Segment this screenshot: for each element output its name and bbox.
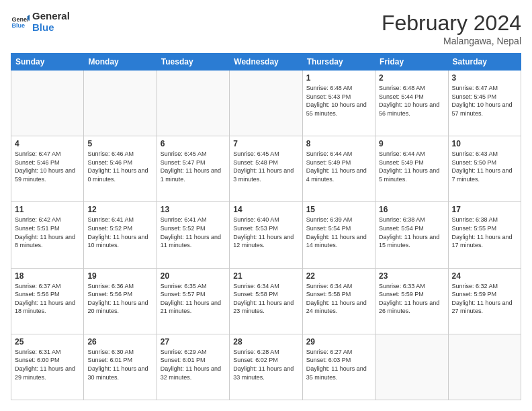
calendar-cell: 11Sunrise: 6:42 AM Sunset: 5:51 PM Dayli… — [11, 202, 84, 268]
calendar-cell: 12Sunrise: 6:41 AM Sunset: 5:52 PM Dayli… — [84, 202, 157, 268]
day-info: Sunrise: 6:39 AM Sunset: 5:54 PM Dayligh… — [306, 216, 371, 249]
day-info: Sunrise: 6:30 AM Sunset: 6:01 PM Dayligh… — [87, 348, 152, 381]
calendar-cell: 16Sunrise: 6:38 AM Sunset: 5:54 PM Dayli… — [375, 202, 448, 268]
calendar-cell: 6Sunrise: 6:45 AM Sunset: 5:47 PM Daylig… — [157, 136, 229, 202]
weekday-header-thursday: Thursday — [302, 54, 375, 71]
calendar-cell: 9Sunrise: 6:44 AM Sunset: 5:49 PM Daylig… — [375, 136, 448, 202]
calendar-subtitle: Malangawa, Nepal — [382, 36, 521, 46]
day-number: 1 — [306, 73, 371, 83]
calendar-cell: 23Sunrise: 6:33 AM Sunset: 5:59 PM Dayli… — [375, 268, 448, 334]
day-number: 28 — [233, 337, 298, 347]
calendar-cell: 15Sunrise: 6:39 AM Sunset: 5:54 PM Dayli… — [302, 202, 375, 268]
calendar-cell: 20Sunrise: 6:35 AM Sunset: 5:57 PM Dayli… — [157, 268, 229, 334]
calendar-cell: 14Sunrise: 6:40 AM Sunset: 5:53 PM Dayli… — [230, 202, 302, 268]
day-number: 2 — [379, 73, 444, 83]
day-info: Sunrise: 6:44 AM Sunset: 5:49 PM Dayligh… — [379, 150, 444, 183]
calendar-body: 1Sunrise: 6:48 AM Sunset: 5:43 PM Daylig… — [11, 71, 521, 400]
weekday-header-friday: Friday — [375, 54, 448, 71]
day-info: Sunrise: 6:47 AM Sunset: 5:46 PM Dayligh… — [15, 150, 80, 183]
weekday-header-monday: Monday — [84, 54, 157, 71]
day-number: 6 — [161, 139, 226, 148]
day-number: 27 — [161, 337, 226, 347]
calendar-cell: 27Sunrise: 6:29 AM Sunset: 6:01 PM Dayli… — [157, 334, 229, 400]
calendar-cell: 2Sunrise: 6:48 AM Sunset: 5:44 PM Daylig… — [375, 71, 448, 136]
day-info: Sunrise: 6:41 AM Sunset: 5:52 PM Dayligh… — [161, 216, 226, 249]
calendar-cell: 3Sunrise: 6:47 AM Sunset: 5:45 PM Daylig… — [448, 71, 521, 136]
day-info: Sunrise: 6:44 AM Sunset: 5:49 PM Dayligh… — [306, 150, 371, 183]
day-info: Sunrise: 6:45 AM Sunset: 5:47 PM Dayligh… — [161, 150, 226, 183]
day-info: Sunrise: 6:48 AM Sunset: 5:44 PM Dayligh… — [379, 84, 444, 118]
day-info: Sunrise: 6:34 AM Sunset: 5:58 PM Dayligh… — [306, 282, 371, 316]
day-info: Sunrise: 6:29 AM Sunset: 6:01 PM Dayligh… — [161, 348, 226, 381]
day-number: 17 — [452, 205, 517, 214]
day-info: Sunrise: 6:32 AM Sunset: 5:59 PM Dayligh… — [452, 282, 517, 316]
day-number: 15 — [306, 205, 371, 214]
week-row-4: 25Sunrise: 6:31 AM Sunset: 6:00 PM Dayli… — [11, 334, 521, 400]
day-info: Sunrise: 6:38 AM Sunset: 5:54 PM Dayligh… — [379, 216, 444, 249]
day-info: Sunrise: 6:37 AM Sunset: 5:56 PM Dayligh… — [15, 282, 80, 316]
day-number: 12 — [87, 205, 152, 214]
day-info: Sunrise: 6:36 AM Sunset: 5:56 PM Dayligh… — [87, 282, 152, 316]
weekday-header-sunday: Sunday — [11, 54, 84, 71]
day-number: 7 — [233, 139, 298, 148]
day-number: 26 — [87, 337, 152, 347]
weekday-row: SundayMondayTuesdayWednesdayThursdayFrid… — [11, 54, 521, 71]
day-info: Sunrise: 6:33 AM Sunset: 5:59 PM Dayligh… — [379, 282, 444, 316]
week-row-0: 1Sunrise: 6:48 AM Sunset: 5:43 PM Daylig… — [11, 71, 521, 136]
logo-icon: General Blue — [11, 13, 30, 32]
day-number: 20 — [161, 271, 226, 281]
logo-blue: Blue — [32, 22, 70, 34]
day-info: Sunrise: 6:28 AM Sunset: 6:02 PM Dayligh… — [233, 348, 298, 381]
day-number: 14 — [233, 205, 298, 214]
logo-general: General — [32, 11, 70, 22]
calendar-table: SundayMondayTuesdayWednesdayThursdayFrid… — [11, 53, 521, 400]
day-number: 10 — [452, 139, 517, 148]
calendar-cell: 25Sunrise: 6:31 AM Sunset: 6:00 PM Dayli… — [11, 334, 84, 400]
svg-text:Blue: Blue — [11, 22, 25, 29]
day-number: 22 — [306, 271, 371, 281]
calendar-cell — [157, 71, 229, 136]
calendar-cell — [448, 334, 521, 400]
weekday-header-wednesday: Wednesday — [230, 54, 302, 71]
day-number: 13 — [161, 205, 226, 214]
day-info: Sunrise: 6:42 AM Sunset: 5:51 PM Dayligh… — [15, 216, 80, 249]
day-number: 23 — [379, 271, 444, 281]
calendar-cell — [230, 71, 302, 136]
week-row-1: 4Sunrise: 6:47 AM Sunset: 5:46 PM Daylig… — [11, 136, 521, 202]
day-info: Sunrise: 6:35 AM Sunset: 5:57 PM Dayligh… — [161, 282, 226, 316]
day-number: 21 — [233, 271, 298, 281]
weekday-header-saturday: Saturday — [448, 54, 521, 71]
day-info: Sunrise: 6:31 AM Sunset: 6:00 PM Dayligh… — [15, 348, 80, 381]
day-number: 18 — [15, 271, 80, 281]
calendar-title: February 2024 — [382, 11, 521, 36]
calendar-cell: 18Sunrise: 6:37 AM Sunset: 5:56 PM Dayli… — [11, 268, 84, 334]
day-info: Sunrise: 6:43 AM Sunset: 5:50 PM Dayligh… — [452, 150, 517, 183]
week-row-3: 18Sunrise: 6:37 AM Sunset: 5:56 PM Dayli… — [11, 268, 521, 334]
day-info: Sunrise: 6:34 AM Sunset: 5:58 PM Dayligh… — [233, 282, 298, 316]
day-info: Sunrise: 6:41 AM Sunset: 5:52 PM Dayligh… — [87, 216, 152, 249]
calendar-cell: 26Sunrise: 6:30 AM Sunset: 6:01 PM Dayli… — [84, 334, 157, 400]
week-row-2: 11Sunrise: 6:42 AM Sunset: 5:51 PM Dayli… — [11, 202, 521, 268]
calendar-cell: 24Sunrise: 6:32 AM Sunset: 5:59 PM Dayli… — [448, 268, 521, 334]
title-block: February 2024 Malangawa, Nepal — [382, 11, 521, 46]
calendar-cell: 28Sunrise: 6:28 AM Sunset: 6:02 PM Dayli… — [230, 334, 302, 400]
calendar-cell: 17Sunrise: 6:38 AM Sunset: 5:55 PM Dayli… — [448, 202, 521, 268]
day-info: Sunrise: 6:47 AM Sunset: 5:45 PM Dayligh… — [452, 84, 517, 118]
day-number: 9 — [379, 139, 444, 148]
day-number: 24 — [452, 271, 517, 281]
calendar-cell — [375, 334, 448, 400]
day-info: Sunrise: 6:48 AM Sunset: 5:43 PM Dayligh… — [306, 84, 371, 118]
logo: General Blue General Blue — [11, 11, 70, 33]
calendar-cell: 5Sunrise: 6:46 AM Sunset: 5:46 PM Daylig… — [84, 136, 157, 202]
day-number: 19 — [87, 271, 152, 281]
page: General Blue General Blue February 2024 … — [0, 0, 532, 411]
calendar-cell: 10Sunrise: 6:43 AM Sunset: 5:50 PM Dayli… — [448, 136, 521, 202]
day-info: Sunrise: 6:27 AM Sunset: 6:03 PM Dayligh… — [306, 348, 371, 381]
day-info: Sunrise: 6:38 AM Sunset: 5:55 PM Dayligh… — [452, 216, 517, 249]
day-number: 25 — [15, 337, 80, 347]
day-number: 3 — [452, 73, 517, 83]
day-info: Sunrise: 6:45 AM Sunset: 5:48 PM Dayligh… — [233, 150, 298, 183]
calendar-cell: 22Sunrise: 6:34 AM Sunset: 5:58 PM Dayli… — [302, 268, 375, 334]
calendar-cell: 7Sunrise: 6:45 AM Sunset: 5:48 PM Daylig… — [230, 136, 302, 202]
weekday-header-tuesday: Tuesday — [157, 54, 229, 71]
